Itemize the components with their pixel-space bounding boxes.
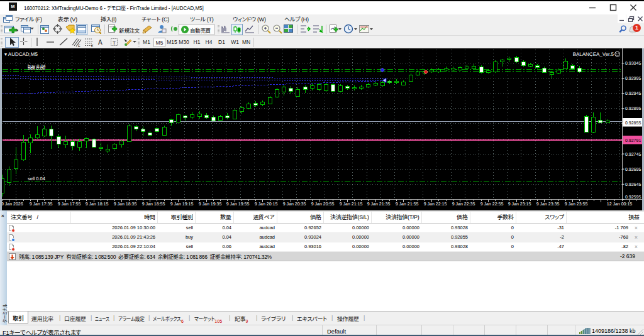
- svg-text:9 Jan 21:55: 9 Jan 21:55: [396, 202, 419, 207]
- svg-text:9 Jan 20:15: 9 Jan 20:15: [255, 202, 278, 207]
- svg-text:9 Jan 23:15: 9 Jan 23:15: [508, 202, 531, 207]
- svg-text:9 Jan 2026: 9 Jan 2026: [1, 202, 23, 207]
- svg-text:9 Jan 23:55: 9 Jan 23:55: [565, 202, 588, 207]
- svg-text:0.92745: 0.92745: [625, 153, 641, 157]
- svg-text:sell 0.04: sell 0.04: [28, 176, 45, 182]
- svg-text:9 Jan 23:35: 9 Jan 23:35: [536, 202, 560, 207]
- svg-text:0.92995: 0.92995: [625, 77, 641, 81]
- svg-text:BALANCEA_Ver.5: BALANCEA_Ver.5: [573, 51, 614, 57]
- svg-text:buy 0.04: buy 0.04: [28, 63, 46, 69]
- svg-text:T: T: [113, 40, 116, 46]
- svg-text:9 Jan 21:35: 9 Jan 21:35: [367, 202, 391, 207]
- svg-text:0.92945: 0.92945: [625, 92, 641, 96]
- svg-text:9 Jan 18:55: 9 Jan 18:55: [142, 202, 165, 207]
- svg-text:9 Jan 20:55: 9 Jan 20:55: [311, 202, 335, 207]
- svg-text:9 Jan 22:15: 9 Jan 22:15: [424, 202, 447, 207]
- svg-text:F: F: [91, 44, 94, 47]
- svg-text:9 Jan 17:35: 9 Jan 17:35: [30, 202, 53, 207]
- svg-text:9 Jan 18:35: 9 Jan 18:35: [114, 202, 137, 207]
- svg-text:9 Jan 19:15: 9 Jan 19:15: [170, 202, 194, 207]
- svg-text:0.92695: 0.92695: [625, 168, 641, 172]
- svg-text:12 Jan 00:15: 12 Jan 00:15: [607, 202, 633, 207]
- svg-text:0.92855: 0.92855: [625, 121, 641, 126]
- svg-text:0.93045: 0.93045: [625, 62, 641, 66]
- svg-text:0.92595: 0.92595: [625, 195, 641, 200]
- svg-text:9 Jan 21:15: 9 Jan 21:15: [340, 202, 363, 207]
- svg-text:9 Jan 22:35: 9 Jan 22:35: [452, 202, 475, 207]
- svg-text:0.92645: 0.92645: [625, 183, 641, 187]
- svg-text:0.92895: 0.92895: [625, 107, 641, 111]
- svg-text:▾ AUDCAD,M5: ▾ AUDCAD,M5: [4, 51, 38, 57]
- svg-text:9 Jan 19:55: 9 Jan 19:55: [226, 202, 250, 207]
- svg-text:9 Jan 19:35: 9 Jan 19:35: [199, 202, 222, 207]
- svg-text:0.92791: 0.92791: [625, 139, 641, 143]
- svg-text:9 Jan 18:15: 9 Jan 18:15: [86, 202, 109, 207]
- svg-text:9 Jan 22:55: 9 Jan 22:55: [480, 202, 504, 207]
- svg-text:9 Jan 20:35: 9 Jan 20:35: [283, 202, 306, 207]
- svg-text:9 Jan 17:55: 9 Jan 17:55: [58, 202, 81, 207]
- svg-text:E: E: [78, 44, 80, 47]
